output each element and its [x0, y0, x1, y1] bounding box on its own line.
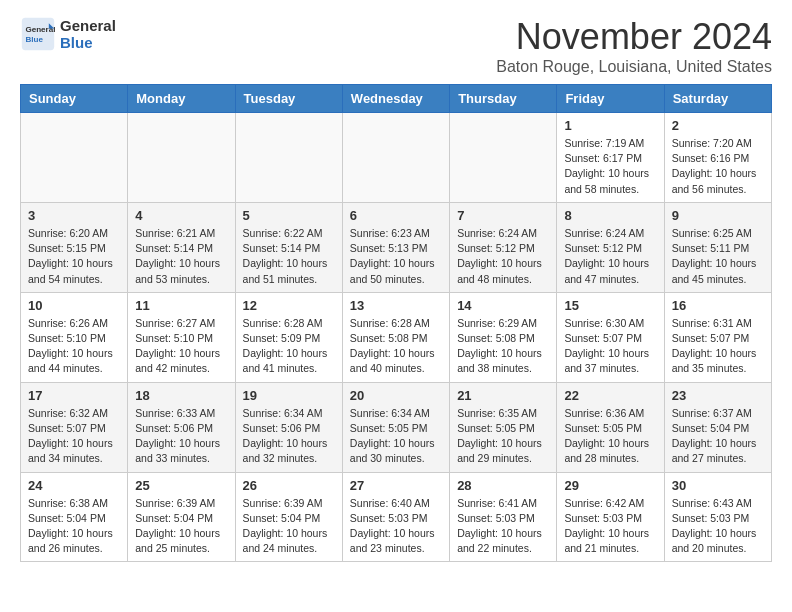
- day-info: Sunrise: 6:39 AM Sunset: 5:04 PM Dayligh…: [135, 496, 227, 557]
- day-number: 23: [672, 388, 764, 403]
- day-number: 14: [457, 298, 549, 313]
- day-info: Sunrise: 6:26 AM Sunset: 5:10 PM Dayligh…: [28, 316, 120, 377]
- day-info: Sunrise: 6:43 AM Sunset: 5:03 PM Dayligh…: [672, 496, 764, 557]
- day-number: 8: [564, 208, 656, 223]
- day-info: Sunrise: 6:37 AM Sunset: 5:04 PM Dayligh…: [672, 406, 764, 467]
- day-number: 12: [243, 298, 335, 313]
- day-info: Sunrise: 6:40 AM Sunset: 5:03 PM Dayligh…: [350, 496, 442, 557]
- logo-blue: Blue: [60, 34, 93, 51]
- month-title: November 2024: [496, 16, 772, 58]
- calendar-day-cell: 19Sunrise: 6:34 AM Sunset: 5:06 PM Dayli…: [235, 382, 342, 472]
- calendar-day-cell: 15Sunrise: 6:30 AM Sunset: 5:07 PM Dayli…: [557, 292, 664, 382]
- page-header: General Blue General Blue November 2024 …: [20, 16, 772, 76]
- calendar-day-cell: [128, 113, 235, 203]
- day-number: 25: [135, 478, 227, 493]
- calendar-day-cell: 6Sunrise: 6:23 AM Sunset: 5:13 PM Daylig…: [342, 202, 449, 292]
- calendar-day-cell: [235, 113, 342, 203]
- calendar-day-cell: 28Sunrise: 6:41 AM Sunset: 5:03 PM Dayli…: [450, 472, 557, 562]
- day-number: 2: [672, 118, 764, 133]
- day-info: Sunrise: 7:20 AM Sunset: 6:16 PM Dayligh…: [672, 136, 764, 197]
- calendar-table: SundayMondayTuesdayWednesdayThursdayFrid…: [20, 84, 772, 562]
- day-number: 17: [28, 388, 120, 403]
- calendar-day-cell: 20Sunrise: 6:34 AM Sunset: 5:05 PM Dayli…: [342, 382, 449, 472]
- calendar-day-cell: 10Sunrise: 6:26 AM Sunset: 5:10 PM Dayli…: [21, 292, 128, 382]
- day-info: Sunrise: 6:24 AM Sunset: 5:12 PM Dayligh…: [457, 226, 549, 287]
- calendar-day-cell: 22Sunrise: 6:36 AM Sunset: 5:05 PM Dayli…: [557, 382, 664, 472]
- day-info: Sunrise: 6:21 AM Sunset: 5:14 PM Dayligh…: [135, 226, 227, 287]
- day-number: 13: [350, 298, 442, 313]
- calendar-header-saturday: Saturday: [664, 85, 771, 113]
- day-number: 26: [243, 478, 335, 493]
- day-number: 10: [28, 298, 120, 313]
- calendar-day-cell: [21, 113, 128, 203]
- day-info: Sunrise: 6:34 AM Sunset: 5:06 PM Dayligh…: [243, 406, 335, 467]
- calendar-day-cell: 26Sunrise: 6:39 AM Sunset: 5:04 PM Dayli…: [235, 472, 342, 562]
- svg-text:Blue: Blue: [25, 35, 43, 44]
- calendar-header-tuesday: Tuesday: [235, 85, 342, 113]
- day-info: Sunrise: 6:24 AM Sunset: 5:12 PM Dayligh…: [564, 226, 656, 287]
- day-info: Sunrise: 6:36 AM Sunset: 5:05 PM Dayligh…: [564, 406, 656, 467]
- day-info: Sunrise: 6:42 AM Sunset: 5:03 PM Dayligh…: [564, 496, 656, 557]
- calendar-header-row: SundayMondayTuesdayWednesdayThursdayFrid…: [21, 85, 772, 113]
- calendar-week-row: 10Sunrise: 6:26 AM Sunset: 5:10 PM Dayli…: [21, 292, 772, 382]
- day-info: Sunrise: 6:22 AM Sunset: 5:14 PM Dayligh…: [243, 226, 335, 287]
- day-number: 24: [28, 478, 120, 493]
- day-info: Sunrise: 6:30 AM Sunset: 5:07 PM Dayligh…: [564, 316, 656, 377]
- calendar-week-row: 3Sunrise: 6:20 AM Sunset: 5:15 PM Daylig…: [21, 202, 772, 292]
- calendar-day-cell: 12Sunrise: 6:28 AM Sunset: 5:09 PM Dayli…: [235, 292, 342, 382]
- logo-icon: General Blue: [20, 16, 56, 52]
- calendar-header-friday: Friday: [557, 85, 664, 113]
- calendar-day-cell: 27Sunrise: 6:40 AM Sunset: 5:03 PM Dayli…: [342, 472, 449, 562]
- calendar-day-cell: 23Sunrise: 6:37 AM Sunset: 5:04 PM Dayli…: [664, 382, 771, 472]
- calendar-header-wednesday: Wednesday: [342, 85, 449, 113]
- title-area: November 2024 Baton Rouge, Louisiana, Un…: [496, 16, 772, 76]
- day-info: Sunrise: 6:20 AM Sunset: 5:15 PM Dayligh…: [28, 226, 120, 287]
- day-info: Sunrise: 6:39 AM Sunset: 5:04 PM Dayligh…: [243, 496, 335, 557]
- day-number: 1: [564, 118, 656, 133]
- calendar-day-cell: [450, 113, 557, 203]
- day-info: Sunrise: 6:41 AM Sunset: 5:03 PM Dayligh…: [457, 496, 549, 557]
- day-number: 21: [457, 388, 549, 403]
- day-info: Sunrise: 6:27 AM Sunset: 5:10 PM Dayligh…: [135, 316, 227, 377]
- day-info: Sunrise: 6:23 AM Sunset: 5:13 PM Dayligh…: [350, 226, 442, 287]
- calendar-day-cell: 4Sunrise: 6:21 AM Sunset: 5:14 PM Daylig…: [128, 202, 235, 292]
- calendar-day-cell: 18Sunrise: 6:33 AM Sunset: 5:06 PM Dayli…: [128, 382, 235, 472]
- calendar-day-cell: 25Sunrise: 6:39 AM Sunset: 5:04 PM Dayli…: [128, 472, 235, 562]
- calendar-day-cell: 3Sunrise: 6:20 AM Sunset: 5:15 PM Daylig…: [21, 202, 128, 292]
- calendar-day-cell: 30Sunrise: 6:43 AM Sunset: 5:03 PM Dayli…: [664, 472, 771, 562]
- calendar-day-cell: 11Sunrise: 6:27 AM Sunset: 5:10 PM Dayli…: [128, 292, 235, 382]
- day-info: Sunrise: 6:29 AM Sunset: 5:08 PM Dayligh…: [457, 316, 549, 377]
- day-number: 15: [564, 298, 656, 313]
- day-info: Sunrise: 6:28 AM Sunset: 5:09 PM Dayligh…: [243, 316, 335, 377]
- day-info: Sunrise: 6:35 AM Sunset: 5:05 PM Dayligh…: [457, 406, 549, 467]
- calendar-day-cell: 5Sunrise: 6:22 AM Sunset: 5:14 PM Daylig…: [235, 202, 342, 292]
- day-info: Sunrise: 6:38 AM Sunset: 5:04 PM Dayligh…: [28, 496, 120, 557]
- day-info: Sunrise: 6:34 AM Sunset: 5:05 PM Dayligh…: [350, 406, 442, 467]
- calendar-week-row: 24Sunrise: 6:38 AM Sunset: 5:04 PM Dayli…: [21, 472, 772, 562]
- day-number: 16: [672, 298, 764, 313]
- calendar-week-row: 17Sunrise: 6:32 AM Sunset: 5:07 PM Dayli…: [21, 382, 772, 472]
- calendar-header-sunday: Sunday: [21, 85, 128, 113]
- day-number: 29: [564, 478, 656, 493]
- calendar-header-monday: Monday: [128, 85, 235, 113]
- calendar-week-row: 1Sunrise: 7:19 AM Sunset: 6:17 PM Daylig…: [21, 113, 772, 203]
- day-number: 3: [28, 208, 120, 223]
- logo: General Blue General Blue: [20, 16, 116, 52]
- day-info: Sunrise: 6:32 AM Sunset: 5:07 PM Dayligh…: [28, 406, 120, 467]
- day-number: 4: [135, 208, 227, 223]
- day-number: 9: [672, 208, 764, 223]
- calendar-day-cell: [342, 113, 449, 203]
- day-number: 27: [350, 478, 442, 493]
- day-number: 7: [457, 208, 549, 223]
- calendar-day-cell: 29Sunrise: 6:42 AM Sunset: 5:03 PM Dayli…: [557, 472, 664, 562]
- day-info: Sunrise: 6:33 AM Sunset: 5:06 PM Dayligh…: [135, 406, 227, 467]
- calendar-day-cell: 8Sunrise: 6:24 AM Sunset: 5:12 PM Daylig…: [557, 202, 664, 292]
- day-number: 5: [243, 208, 335, 223]
- day-number: 28: [457, 478, 549, 493]
- calendar-header-thursday: Thursday: [450, 85, 557, 113]
- calendar-day-cell: 14Sunrise: 6:29 AM Sunset: 5:08 PM Dayli…: [450, 292, 557, 382]
- calendar-day-cell: 7Sunrise: 6:24 AM Sunset: 5:12 PM Daylig…: [450, 202, 557, 292]
- calendar-day-cell: 2Sunrise: 7:20 AM Sunset: 6:16 PM Daylig…: [664, 113, 771, 203]
- day-number: 30: [672, 478, 764, 493]
- day-number: 6: [350, 208, 442, 223]
